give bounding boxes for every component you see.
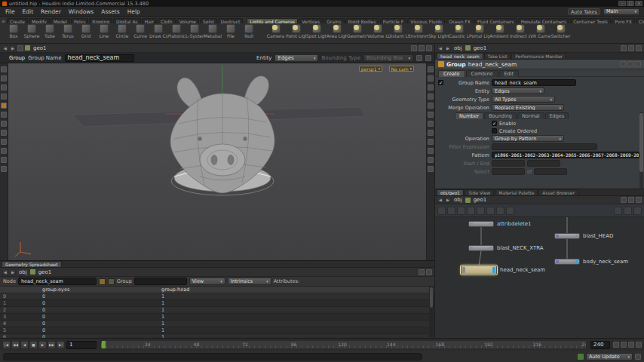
pane-tab[interactable]: head_neck_seam [437, 53, 483, 59]
global-animation-icon[interactable] [636, 342, 642, 348]
pan-view-icon[interactable] [428, 75, 434, 81]
network-node-attribdelete1[interactable]: attribdelete1 [468, 221, 532, 227]
close-operation-icon[interactable] [425, 55, 431, 61]
pane-link-icon[interactable] [419, 269, 425, 275]
path-crumb-geo1[interactable]: geo1 [32, 45, 48, 51]
transport-button[interactable]: ◀ [20, 341, 29, 349]
prims-toggle-icon[interactable] [108, 278, 115, 285]
create-ordered-checkbox[interactable] [492, 128, 497, 133]
shelf-tab[interactable]: Volume [176, 18, 199, 23]
maximize-button[interactable]: □ [627, 1, 634, 6]
transport-button[interactable]: ▶▶ [48, 341, 56, 349]
shelf-tool[interactable]: Metaball [204, 23, 222, 43]
path-crumb-obj[interactable]: obj [452, 197, 464, 203]
node-body[interactable] [468, 245, 494, 251]
path-crumb-obj[interactable]: obj [17, 269, 29, 275]
pose-tool-icon[interactable] [1, 112, 7, 118]
pane-link-icon[interactable] [621, 45, 627, 51]
display-tool-icon[interactable] [1, 166, 7, 172]
accept-operation-icon[interactable] [416, 55, 422, 61]
transport-button[interactable]: ■ [29, 341, 38, 349]
zoom-view-icon[interactable] [428, 84, 434, 90]
group-name-checkbox[interactable]: ✓ [438, 80, 443, 85]
pane-link-icon[interactable] [621, 197, 627, 203]
pane-tab[interactable]: Side View [465, 189, 494, 195]
group-name-input[interactable]: head_neck_seam [65, 54, 134, 62]
node-body[interactable] [554, 233, 580, 239]
path-crumb-geo1[interactable]: geo1 [472, 197, 489, 203]
display-flags-icon[interactable] [457, 207, 465, 215]
pane-tab[interactable]: Material Palette [495, 189, 538, 195]
move-tool-icon[interactable] [1, 84, 7, 90]
shelf-tab[interactable]: Viscous Fluids [407, 18, 445, 23]
merge-operation-dropdown[interactable]: Replace Existing ▾ [492, 104, 564, 111]
shelf-tool[interactable]: Box [5, 23, 23, 43]
shelf-tab[interactable]: Lights and Cameras [247, 18, 298, 23]
pane-menu-icon[interactable] [636, 197, 642, 203]
subtab[interactable]: Edges [545, 112, 569, 119]
shelf-tool[interactable]: Switcher [550, 23, 571, 43]
pattern-field[interactable]: p1896-2061-2062-2063-2064-2065-2066-2067… [492, 152, 639, 158]
back-icon[interactable]: ◀ [437, 197, 443, 203]
folder-tab[interactable]: Edit [499, 70, 520, 77]
sculpt-tool-icon[interactable] [1, 148, 7, 154]
pane-menu-icon[interactable] [636, 45, 642, 51]
auto-update-dropdown[interactable]: Auto Update ▾ [586, 353, 633, 360]
shelf-tab[interactable]: Polys [71, 18, 88, 23]
shelf-menu-icon[interactable]: ≡ [2, 18, 5, 23]
shelf-tool[interactable]: Circle [113, 23, 131, 43]
shelf-tool[interactable]: Portal Lig [469, 23, 489, 43]
current-frame-field[interactable]: 1 [66, 341, 97, 349]
viewport[interactable]: persp1 ▾ No cam ▾ [8, 63, 426, 260]
back-icon[interactable]: ◀ [2, 269, 8, 275]
shelf-tool[interactable]: Volume Li [367, 23, 388, 43]
end-frame-field[interactable]: 240 [590, 341, 610, 349]
pane-tab[interactable]: Performance Monitor [511, 53, 566, 59]
path-crumb-geo1[interactable]: geo1 [472, 45, 489, 51]
menu-item[interactable]: Assets [97, 8, 123, 15]
network-node-blast_HEAD[interactable]: blast_HEAD [554, 233, 613, 239]
shelf-tool[interactable]: Platonic [167, 23, 186, 43]
entity-param-dropdown[interactable]: Edges ▾ [492, 87, 544, 94]
shelf-tab[interactable]: Populate Containers [518, 18, 569, 23]
pane-maximize-icon[interactable] [419, 45, 425, 51]
take-menu-dropdown[interactable]: Main ▾ [603, 8, 639, 15]
pane-maximize-icon[interactable] [628, 197, 634, 203]
shelf-tool[interactable]: Indirect L [510, 23, 530, 43]
filter-expression-field[interactable] [492, 143, 597, 150]
path-crumb-obj[interactable]: obj [452, 45, 464, 51]
pane-tab-geometry-spreadsheet[interactable]: Geometry Spreadsheet [2, 261, 62, 267]
network-node-body_neck_seam[interactable]: body_neck_seam [554, 259, 628, 265]
shelf-tab[interactable]: Create [7, 18, 28, 23]
subtab[interactable]: Bounding [484, 112, 517, 119]
transport-button[interactable]: ▶ [38, 341, 47, 349]
pane-tab[interactable]: Asset Browser [538, 189, 578, 195]
shelf-tab[interactable]: Ocean FX [446, 18, 474, 23]
geometry-type-dropdown[interactable]: All Types ▾ [492, 96, 555, 103]
shelf-tool[interactable]: Spot Light [306, 23, 327, 43]
node-body[interactable] [554, 259, 580, 265]
grid-toggle-icon[interactable] [428, 112, 434, 118]
camera-view-icon[interactable] [428, 66, 434, 72]
shelf-tab[interactable]: Solid [200, 18, 217, 23]
shelf-tool[interactable]: Sphere [23, 23, 41, 43]
pane-tab[interactable]: Take List [484, 53, 511, 59]
message-log-icon[interactable] [635, 354, 641, 360]
table-row[interactable]: 1 0 1 [0, 300, 434, 307]
end-field[interactable] [527, 160, 560, 167]
transport-button[interactable]: |◀ [2, 341, 11, 349]
shelf-tab[interactable]: Model [51, 18, 70, 23]
shelf-tool[interactable]: Geometry [347, 23, 367, 43]
pane-maximize-icon[interactable] [628, 45, 634, 51]
node-shape-icon[interactable] [447, 207, 455, 215]
shelf-tab[interactable]: Fluid Containers [474, 18, 517, 23]
shelf-tool[interactable]: File [222, 23, 240, 43]
shelf-tool[interactable]: VR Camera [530, 23, 550, 43]
pane-link-icon[interactable] [411, 45, 417, 51]
snapshot-icon[interactable] [428, 121, 434, 127]
folder-tab[interactable]: Combine [466, 70, 498, 77]
shelf-tab[interactable]: Cloth [158, 18, 176, 23]
grid-snap-icon[interactable] [496, 207, 504, 215]
scale-tool-icon[interactable] [1, 103, 7, 109]
column-header-group-head[interactable]: group:head [158, 287, 278, 293]
